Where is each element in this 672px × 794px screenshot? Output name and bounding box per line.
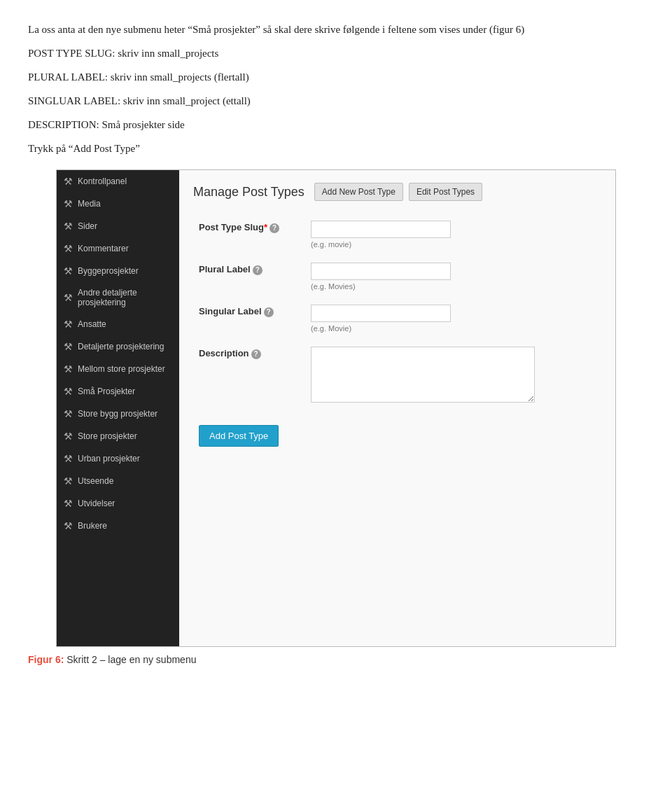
figure-caption: Figur 6: Skritt 2 – lage en ny submenu	[28, 654, 644, 665]
plural-label-input[interactable]	[311, 263, 451, 280]
sidebar-label-13: Utseende	[78, 476, 113, 486]
sidebar-icon-8: ⚒	[64, 363, 73, 375]
sidebar-icon-4: ⚒	[64, 265, 73, 277]
form-label-0: Post Type Slug*?	[193, 214, 305, 256]
sidebar-item-0[interactable]: ⚒Kontrollpanel	[57, 170, 179, 193]
sidebar-label-2: Sider	[78, 221, 97, 231]
sidebar-icon-11: ⚒	[64, 431, 73, 442]
caption-bold: Figur 6:	[28, 654, 64, 665]
singular-label-input[interactable]	[311, 305, 451, 322]
edit-post-types-button[interactable]: Edit Post Types	[409, 183, 482, 201]
field-hint-2: (e.g. Movie)	[311, 324, 596, 333]
intro-para5: DESCRIPTION: Små prosjekter side	[28, 116, 644, 133]
form-label-1: Plural Label?	[193, 256, 305, 298]
sidebar-label-1: Media	[78, 199, 101, 209]
sidebar-item-2[interactable]: ⚒Sider	[57, 215, 179, 237]
page-header: Manage Post Types Add New Post Type Edit…	[193, 183, 601, 201]
add-post-type-submit-button[interactable]: Add Post Type	[199, 425, 279, 447]
sidebar-icon-0: ⚒	[64, 176, 73, 187]
help-icon-1[interactable]: ?	[253, 265, 262, 275]
sidebar-label-8: Mellom store prosjekter	[78, 364, 165, 374]
intro-para3: PLURAL LABEL: skriv inn small_projects (…	[28, 69, 644, 85]
sidebar-item-8[interactable]: ⚒Mellom store prosjekter	[57, 358, 179, 380]
form-label-2: Singular Label?	[193, 298, 305, 340]
sidebar-icon-10: ⚒	[64, 408, 73, 419]
form-field-cell-1: (e.g. Movies)	[305, 256, 601, 298]
form-row-plural-label-input: Plural Label?(e.g. Movies)	[193, 256, 601, 298]
required-star: *	[264, 222, 267, 232]
sidebar-item-12[interactable]: ⚒Urban prosjekter	[57, 447, 179, 470]
help-icon-0[interactable]: ?	[270, 223, 279, 233]
form-field-cell-3	[305, 340, 601, 410]
sidebar-item-5[interactable]: ⚒Andre detaljerte prosjektering	[57, 282, 179, 313]
sidebar-label-9: Små Prosjekter	[78, 386, 135, 396]
sidebar-icon-12: ⚒	[64, 453, 73, 464]
sidebar-label-15: Brukere	[78, 521, 107, 531]
help-icon-3[interactable]: ?	[251, 349, 261, 359]
sidebar-item-7[interactable]: ⚒Detaljerte prosjektering	[57, 335, 179, 358]
sidebar-label-12: Urban prosjekter	[78, 454, 140, 464]
sidebar-label-10: Store bygg prosjekter	[78, 409, 158, 419]
intro-para6: Trykk på “Add Post Type”	[28, 140, 644, 157]
wp-screenshot: ⚒Kontrollpanel⚒Media⚒Sider⚒Kommentarer⚒B…	[56, 169, 616, 647]
form-row-post-type-slug-input: Post Type Slug*?(e.g. movie)	[193, 214, 601, 256]
sidebar-item-13[interactable]: ⚒Utseende	[57, 470, 179, 492]
sidebar-icon-1: ⚒	[64, 198, 73, 209]
sidebar-icon-14: ⚒	[64, 498, 73, 509]
post-type-slug-input[interactable]	[311, 221, 451, 238]
sidebar-item-11[interactable]: ⚒Store prosjekter	[57, 425, 179, 447]
sidebar-label-14: Utvidelser	[78, 499, 115, 508]
submit-row: Add Post Type	[193, 419, 601, 452]
sidebar-icon-7: ⚒	[64, 341, 73, 352]
sidebar-label-5: Andre detaljerte prosjektering	[78, 288, 172, 307]
sidebar-icon-9: ⚒	[64, 386, 73, 397]
sidebar-label-4: Byggeprosjekter	[78, 266, 139, 276]
intro-para4: SINGLUAR LABEL: skriv inn small_project …	[28, 92, 644, 109]
sidebar-item-15[interactable]: ⚒Brukere	[57, 515, 179, 537]
sidebar-item-9[interactable]: ⚒Små Prosjekter	[57, 380, 179, 403]
sidebar-icon-3: ⚒	[64, 243, 73, 254]
intro-section: La oss anta at den nye submenu heter “Sm…	[28, 21, 644, 157]
sidebar-icon-2: ⚒	[64, 221, 73, 232]
sidebar: ⚒Kontrollpanel⚒Media⚒Sider⚒Kommentarer⚒B…	[57, 170, 179, 646]
sidebar-item-14[interactable]: ⚒Utvidelser	[57, 492, 179, 515]
sidebar-label-3: Kommentarer	[78, 244, 129, 253]
sidebar-label-11: Store prosjekter	[78, 431, 137, 441]
form-row-description-input: Description?	[193, 340, 601, 410]
sidebar-item-10[interactable]: ⚒Store bygg prosjekter	[57, 403, 179, 425]
field-hint-1: (e.g. Movies)	[311, 282, 596, 291]
page-title: Manage Post Types	[193, 185, 304, 200]
sidebar-item-3[interactable]: ⚒Kommentarer	[57, 237, 179, 260]
caption-text: Skritt 2 – lage en ny submenu	[64, 654, 196, 665]
description-input[interactable]	[311, 347, 535, 403]
help-icon-2[interactable]: ?	[264, 307, 274, 317]
form-row-singular-label-input: Singular Label?(e.g. Movie)	[193, 298, 601, 340]
sidebar-item-4[interactable]: ⚒Byggeprosjekter	[57, 260, 179, 282]
add-new-post-type-button[interactable]: Add New Post Type	[314, 183, 403, 201]
sidebar-icon-15: ⚒	[64, 520, 73, 531]
main-area: Manage Post Types Add New Post Type Edit…	[179, 170, 615, 646]
sidebar-icon-5: ⚒	[64, 292, 73, 303]
sidebar-icon-13: ⚒	[64, 475, 73, 487]
intro-para2: POST TYPE SLUG: skriv inn small_projects	[28, 45, 644, 62]
form-field-cell-0: (e.g. movie)	[305, 214, 601, 256]
form-label-3: Description?	[193, 340, 305, 410]
form-field-cell-2: (e.g. Movie)	[305, 298, 601, 340]
field-hint-0: (e.g. movie)	[311, 240, 596, 249]
sidebar-label-0: Kontrollpanel	[78, 176, 127, 186]
sidebar-item-6[interactable]: ⚒Ansatte	[57, 313, 179, 335]
sidebar-icon-6: ⚒	[64, 319, 73, 330]
sidebar-item-1[interactable]: ⚒Media	[57, 193, 179, 215]
intro-para1: La oss anta at den nye submenu heter “Sm…	[28, 21, 644, 38]
sidebar-label-7: Detaljerte prosjektering	[78, 342, 164, 351]
post-type-form: Post Type Slug*?(e.g. movie)Plural Label…	[193, 214, 601, 410]
sidebar-label-6: Ansatte	[78, 319, 106, 329]
